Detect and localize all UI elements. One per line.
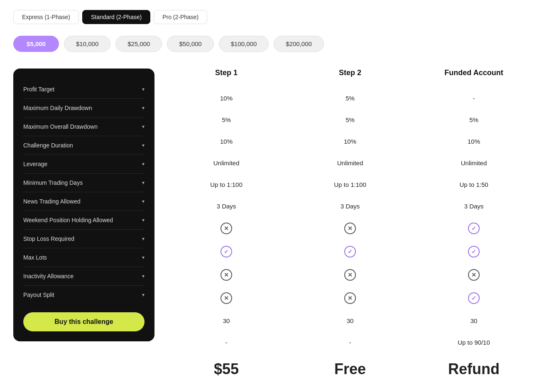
amount-button[interactable]: $50,000 — [167, 36, 213, 52]
check-icon: ✓ — [221, 246, 232, 257]
comparison-table: Step 1Step 2Funded Account10%5%-5%5%5%10… — [164, 69, 536, 384]
table-cell: ✕ — [288, 263, 412, 287]
table-cell: - — [288, 331, 412, 353]
left-panel-row[interactable]: Payout Split▾ — [23, 286, 145, 304]
left-panel-row[interactable]: Stop Loss Required▾ — [23, 230, 145, 248]
price-cell: Refund — [412, 353, 536, 384]
phase-tab[interactable]: Pro (2-Phase) — [154, 10, 207, 24]
table-cell: ✓ — [412, 217, 536, 240]
table-cell: 5% — [288, 87, 412, 109]
table-cell: 5% — [288, 109, 412, 130]
amount-button[interactable]: $10,000 — [64, 36, 110, 52]
table-cell: Unlimited — [412, 152, 536, 174]
chevron-icon: ▾ — [142, 217, 145, 223]
left-panel-row[interactable]: Maximum Overall Drawdown▾ — [23, 118, 145, 136]
cross-icon: ✕ — [221, 223, 232, 234]
table-cell: Up to 90/10 — [412, 331, 536, 353]
row-label: Maximum Daily Drawdown — [23, 105, 92, 111]
left-panel-row[interactable]: Minimum Trading Days▾ — [23, 174, 145, 192]
chevron-icon: ▾ — [142, 124, 145, 130]
amount-button[interactable]: $100,000 — [219, 36, 269, 52]
left-panel-row[interactable]: Inactivity Allowance▾ — [23, 267, 145, 286]
table-cell: 3 Days — [164, 195, 288, 217]
row-label: Weekend Position Holding Allowed — [23, 217, 113, 223]
chevron-icon: ▾ — [142, 292, 145, 298]
row-label: Payout Split — [23, 292, 54, 298]
amount-button[interactable]: $200,000 — [274, 36, 324, 52]
cross-icon: ✕ — [468, 269, 480, 281]
phase-tab[interactable]: Standard (2-Phase) — [82, 10, 150, 24]
phase-tab[interactable]: Express (1-Phase) — [13, 10, 79, 24]
cross-icon: ✕ — [221, 292, 232, 304]
left-panel-row[interactable]: Challenge Duration▾ — [23, 136, 145, 155]
chevron-icon: ▾ — [142, 142, 145, 148]
table-cell: 30 — [288, 310, 412, 331]
table-cell: ✓ — [288, 240, 412, 263]
column-header: Step 2 — [288, 69, 412, 87]
table-cell: 10% — [412, 130, 536, 152]
chevron-icon: ▾ — [142, 273, 145, 279]
chevron-icon: ▾ — [142, 236, 145, 242]
main-layout: Profit Target▾Maximum Daily Drawdown▾Max… — [13, 69, 536, 384]
table-cell: 30 — [164, 310, 288, 331]
amount-button[interactable]: $5,000 — [13, 36, 59, 52]
left-panel-row[interactable]: Max Lots▾ — [23, 248, 145, 267]
amount-row-container: $5,000$10,000$25,000$50,000$100,000$200,… — [13, 36, 536, 52]
table-cell: 5% — [412, 109, 536, 130]
table-cell: Unlimited — [288, 152, 412, 174]
row-label: Challenge Duration — [23, 142, 73, 149]
check-icon: ✓ — [468, 292, 480, 304]
row-label: Profit Target — [23, 86, 54, 93]
row-label: Stop Loss Required — [23, 235, 74, 242]
phase-tabs-container: Express (1-Phase)Standard (2-Phase)Pro (… — [13, 10, 536, 24]
table-cell: Up to 1:50 — [412, 174, 536, 195]
cross-icon: ✕ — [344, 292, 356, 304]
left-panel-row[interactable]: Weekend Position Holding Allowed▾ — [23, 211, 145, 230]
left-panel-row[interactable]: Maximum Daily Drawdown▾ — [23, 99, 145, 118]
table-cell: ✕ — [288, 287, 412, 310]
table-cell: ✕ — [164, 263, 288, 287]
cross-icon: ✕ — [344, 269, 356, 281]
row-label: News Trading Allowed — [23, 198, 81, 205]
row-label: Leverage — [23, 161, 47, 167]
table-cell: ✕ — [412, 263, 536, 287]
left-panel: Profit Target▾Maximum Daily Drawdown▾Max… — [13, 69, 154, 341]
left-panel-row[interactable]: Profit Target▾ — [23, 80, 145, 99]
amount-button[interactable]: $25,000 — [115, 36, 162, 52]
left-panel-row[interactable]: Leverage▾ — [23, 155, 145, 174]
table-cell: Up to 1:100 — [164, 174, 288, 195]
table-cell: 3 Days — [288, 195, 412, 217]
table-cell: ✕ — [164, 217, 288, 240]
table-cell: ✕ — [288, 217, 412, 240]
table-cell: Unlimited — [164, 152, 288, 174]
chevron-icon: ▾ — [142, 86, 145, 92]
table-cell: 5% — [164, 109, 288, 130]
left-panel-row[interactable]: News Trading Allowed▾ — [23, 192, 145, 211]
buy-challenge-button[interactable]: Buy this challenge — [23, 312, 145, 331]
table-cell: - — [164, 331, 288, 353]
price-cell: Free — [288, 353, 412, 384]
chevron-icon: ▾ — [142, 105, 145, 111]
check-icon: ✓ — [468, 223, 480, 234]
column-header: Step 1 — [164, 69, 288, 87]
price-cell: $55 — [164, 353, 288, 384]
table-cell: ✓ — [412, 240, 536, 263]
row-label: Max Lots — [23, 254, 47, 261]
table-cell: ✓ — [164, 240, 288, 263]
table-cell: Up to 1:100 — [288, 174, 412, 195]
table-cell: - — [412, 87, 536, 109]
table-cell: 30 — [412, 310, 536, 331]
row-label: Inactivity Allowance — [23, 273, 74, 279]
chevron-icon: ▾ — [142, 198, 145, 204]
table-cell: ✕ — [164, 287, 288, 310]
chevron-icon: ▾ — [142, 255, 145, 260]
column-header: Funded Account — [412, 69, 536, 87]
check-icon: ✓ — [344, 246, 356, 257]
check-icon: ✓ — [468, 246, 480, 257]
cross-icon: ✕ — [344, 223, 356, 234]
row-label: Minimum Trading Days — [23, 179, 83, 186]
cross-icon: ✕ — [221, 269, 232, 281]
table-cell: 10% — [164, 130, 288, 152]
table-cell: 10% — [164, 87, 288, 109]
table-cell: 10% — [288, 130, 412, 152]
